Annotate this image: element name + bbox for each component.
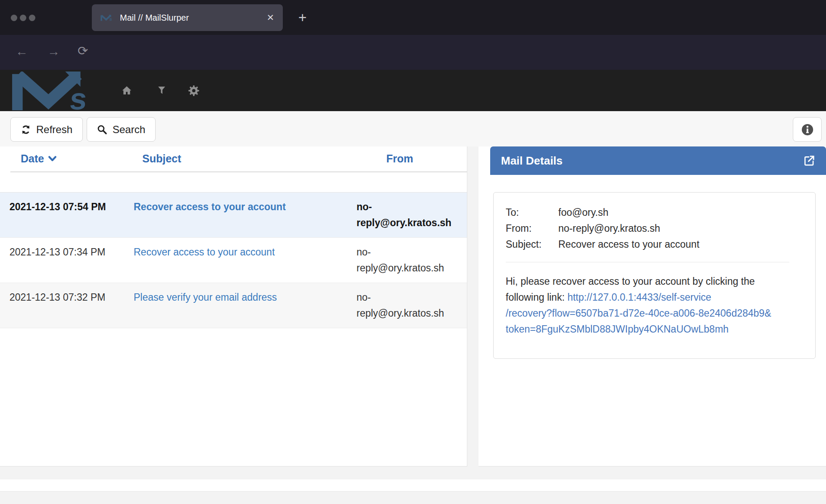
mail-date: 2021-12-13 07:54 PM bbox=[9, 199, 134, 231]
column-header-from-label: From bbox=[386, 152, 413, 165]
detail-field-subject: Subject: Recover access to your account bbox=[506, 236, 789, 252]
column-header-date[interactable]: Date bbox=[21, 152, 56, 165]
gear-settings-icon[interactable] bbox=[188, 85, 200, 96]
new-tab-button[interactable]: + bbox=[298, 9, 307, 26]
screen: s Mail // MailSlurper ✕ + ← → ⟳ 127.0.0.… bbox=[0, 0, 826, 504]
mail-subject-link[interactable]: Recover access to your account bbox=[134, 199, 357, 231]
window-control-dot[interactable] bbox=[11, 15, 17, 21]
tab-title: Mail // MailSlurper bbox=[120, 13, 189, 23]
mail-body: Hi, please recover access to your accoun… bbox=[506, 274, 789, 337]
mail-row-selected[interactable]: 2021-12-13 07:54 PM Recover access to yo… bbox=[0, 192, 467, 238]
sort-chevron-down-icon bbox=[48, 156, 56, 162]
mail-from: no-reply@ory.kratos.sh bbox=[357, 244, 467, 276]
mail-details-card: To: foo@ory.sh From: no-reply@ory.kratos… bbox=[493, 192, 816, 359]
detail-label: Subject: bbox=[506, 236, 558, 252]
mail-rows: 2021-12-13 07:54 PM Recover access to yo… bbox=[0, 192, 467, 328]
browser-tab[interactable]: s Mail // MailSlurper ✕ bbox=[92, 4, 283, 31]
column-header-subject[interactable]: Subject bbox=[142, 152, 181, 165]
window-control-dot[interactable] bbox=[29, 15, 35, 21]
app-toolbar: Refresh Search bbox=[0, 111, 826, 146]
column-header-from[interactable]: From bbox=[386, 152, 413, 165]
info-button[interactable] bbox=[793, 117, 822, 142]
detail-value: no-reply@ory.kratos.sh bbox=[558, 221, 789, 236]
column-header-date-label: Date bbox=[21, 152, 44, 165]
refresh-button[interactable]: Refresh bbox=[10, 117, 83, 142]
card-divider bbox=[506, 262, 789, 262]
mail-row[interactable]: 2021-12-13 07:34 PM Recover access to yo… bbox=[0, 238, 467, 283]
app-navbar: s bbox=[0, 70, 826, 111]
search-button-label: Search bbox=[113, 124, 145, 136]
refresh-button-label: Refresh bbox=[36, 124, 72, 136]
mailslurper-favicon-icon: s bbox=[100, 14, 113, 22]
detail-field-from: From: no-reply@ory.kratos.sh bbox=[506, 221, 789, 236]
window-control-dot[interactable] bbox=[20, 15, 26, 21]
external-link-icon[interactable] bbox=[803, 155, 815, 167]
svg-text:s: s bbox=[109, 16, 112, 22]
mail-subject-link[interactable]: Recover access to your account bbox=[134, 244, 357, 276]
search-button[interactable]: Search bbox=[87, 117, 156, 142]
reload-icon[interactable]: ⟳ bbox=[78, 45, 88, 57]
horizontal-scrollbar-track[interactable] bbox=[0, 492, 826, 504]
column-header-subject-label: Subject bbox=[142, 152, 181, 165]
detail-label: To: bbox=[506, 205, 558, 221]
refresh-icon bbox=[21, 124, 31, 135]
funnel-filter-icon[interactable] bbox=[156, 85, 167, 96]
mail-list-panel: Date Subject From 2021-12-13 07:54 PM Re… bbox=[0, 146, 467, 467]
back-icon[interactable]: ← bbox=[16, 45, 28, 58]
mail-date: 2021-12-13 07:34 PM bbox=[9, 244, 134, 276]
header-divider bbox=[10, 171, 467, 172]
svg-text:s: s bbox=[68, 82, 88, 110]
bottom-white-band bbox=[0, 479, 826, 491]
detail-value: foo@ory.sh bbox=[558, 205, 789, 221]
detail-field-to: To: foo@ory.sh bbox=[506, 205, 789, 221]
browser-toolbar: ← → ⟳ 127.0.0.1:4436/# 90% ☆ » ☰ bbox=[0, 35, 826, 70]
magnifier-search-icon bbox=[97, 124, 107, 135]
mail-details-header: Mail Details bbox=[490, 146, 826, 175]
forward-icon[interactable]: → bbox=[47, 45, 60, 58]
mail-from: no-reply@ory.kratos.sh bbox=[357, 199, 474, 231]
mail-row[interactable]: 2021-12-13 07:32 PM Please verify your e… bbox=[0, 283, 467, 328]
mailslurper-logo: s bbox=[10, 72, 97, 110]
home-icon[interactable] bbox=[121, 85, 132, 96]
mail-from: no-reply@ory.kratos.sh bbox=[357, 289, 467, 321]
mail-details-title: Mail Details bbox=[501, 154, 563, 168]
mail-date: 2021-12-13 07:32 PM bbox=[9, 289, 134, 321]
detail-label: From: bbox=[506, 221, 558, 236]
mail-subject-link[interactable]: Please verify your email address bbox=[134, 289, 357, 321]
close-tab-icon[interactable]: ✕ bbox=[266, 12, 274, 23]
info-icon bbox=[801, 123, 814, 136]
browser-tab-bar: s Mail // MailSlurper ✕ + bbox=[0, 0, 826, 35]
detail-value: Recover access to your account bbox=[558, 236, 789, 252]
